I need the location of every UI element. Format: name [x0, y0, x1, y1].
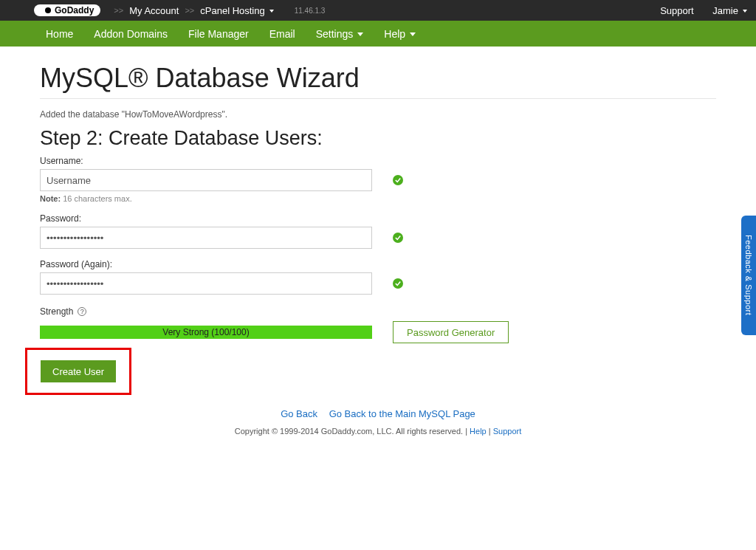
password-row: Password:: [40, 213, 716, 249]
breadcrumb-cpanel-hosting[interactable]: cPanel Hosting: [200, 5, 273, 16]
nav-email[interactable]: Email: [259, 21, 306, 47]
username-row: Username: Note: 16 characters max.: [40, 156, 716, 203]
page-title: MySQL® Database Wizard: [40, 63, 716, 99]
nav-label: File Manager: [188, 28, 249, 40]
password-input[interactable]: [40, 227, 372, 249]
nav-label: Help: [384, 28, 405, 40]
footer-help-link[interactable]: Help: [470, 427, 487, 436]
help-icon[interactable]: ?: [78, 307, 86, 316]
valid-check-icon: [393, 175, 403, 185]
support-link[interactable]: Support: [660, 5, 694, 16]
strength-label: Strength: [40, 306, 73, 317]
logo-text: GoDaddy: [55, 5, 94, 16]
go-back-link[interactable]: Go Back: [281, 408, 317, 419]
nav-help[interactable]: Help: [374, 21, 426, 47]
strength-row: Strength ? Very Strong (100/100) Passwor…: [40, 306, 716, 343]
main-content: MySQL® Database Wizard Added the databas…: [0, 47, 756, 436]
user-menu[interactable]: Jamie: [712, 5, 747, 16]
nav-label: Addon Domains: [94, 28, 168, 40]
breadcrumb-label: cPanel Hosting: [200, 5, 264, 16]
chevron-down-icon: [357, 32, 363, 36]
step-heading: Step 2: Create Database Users:: [40, 127, 716, 150]
database-added-message: Added the database "HowToMoveAWordpress"…: [40, 109, 716, 120]
breadcrumb-label: My Account: [129, 5, 179, 16]
main-mysql-link[interactable]: Go Back to the Main MySQL Page: [329, 408, 475, 419]
chevron-down-icon: [269, 10, 274, 13]
user-name: Jamie: [712, 5, 738, 16]
pwgen-label: Password Generator: [407, 327, 495, 338]
feedback-support-tab[interactable]: Feedback & Support: [741, 216, 756, 335]
nav-label: Email: [269, 28, 295, 40]
nav-label: Home: [46, 28, 73, 40]
feedback-label: Feedback & Support: [744, 235, 753, 315]
username-label: Username:: [40, 156, 716, 166]
breadcrumb-my-account[interactable]: My Account: [129, 5, 179, 16]
top-bar: GoDaddy >> My Account >> cPanel Hosting …: [0, 0, 756, 21]
strength-text: Very Strong (100/100): [162, 327, 249, 337]
valid-check-icon: [393, 278, 403, 289]
username-note: Note: 16 characters max.: [40, 194, 716, 203]
svg-point-0: [45, 7, 51, 13]
copyright-text: Copyright © 1999-2014 GoDaddy.com, LLC. …: [235, 427, 470, 436]
create-user-button[interactable]: Create User: [41, 360, 116, 382]
nav-label: Settings: [316, 28, 354, 40]
password-again-row: Password (Again):: [40, 259, 716, 295]
support-label: Support: [660, 5, 694, 16]
nav-file-manager[interactable]: File Manager: [178, 21, 259, 47]
bottom-links: Go Back Go Back to the Main MySQL Page: [40, 408, 716, 419]
password-label: Password:: [40, 213, 716, 224]
chevron-down-icon: [410, 32, 416, 36]
breadcrumb-sep-icon: >>: [114, 6, 123, 15]
nav-home[interactable]: Home: [35, 21, 83, 47]
password-generator-button[interactable]: Password Generator: [393, 321, 509, 343]
chevron-down-icon: [743, 10, 747, 13]
password-again-label: Password (Again):: [40, 259, 716, 269]
version-text: 11.46.1.3: [295, 7, 326, 15]
valid-check-icon: [393, 233, 403, 243]
breadcrumb-sep-icon: >>: [185, 6, 194, 15]
footer-support-link[interactable]: Support: [493, 427, 522, 436]
password-again-input[interactable]: [40, 272, 372, 295]
username-input[interactable]: [40, 169, 372, 191]
highlight-box: Create User: [25, 348, 131, 395]
nav-addon-domains[interactable]: Addon Domains: [83, 21, 178, 47]
nav-settings[interactable]: Settings: [306, 21, 374, 47]
main-nav: Home Addon Domains File Manager Email Se…: [0, 21, 756, 47]
create-label: Create User: [52, 366, 104, 377]
godaddy-logo[interactable]: GoDaddy: [34, 4, 100, 16]
strength-meter: Very Strong (100/100): [40, 326, 372, 339]
copyright: Copyright © 1999-2014 GoDaddy.com, LLC. …: [40, 427, 716, 436]
